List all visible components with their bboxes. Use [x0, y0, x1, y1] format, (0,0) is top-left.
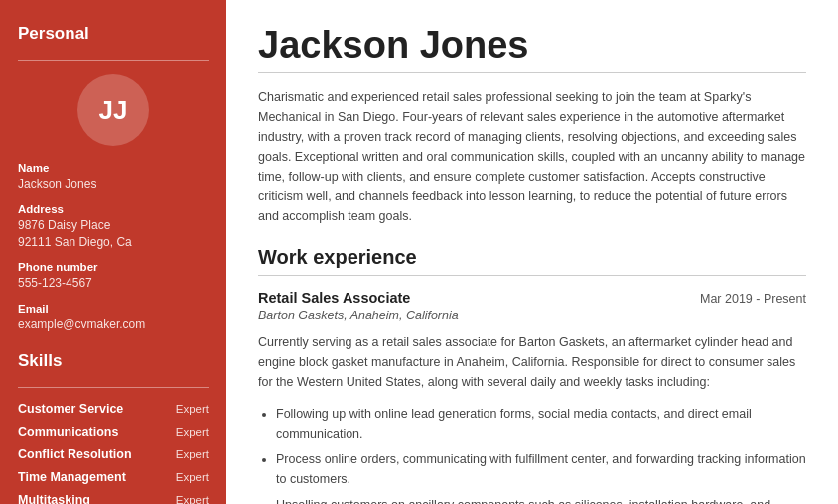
field-label-phone: Phone number [18, 261, 209, 273]
skill-level-1: Expert [176, 426, 209, 438]
skill-level-0: Expert [176, 403, 209, 415]
personal-fields: Name Jackson Jones Address 9876 Daisy Pl… [18, 162, 209, 333]
sidebar-divider-1 [18, 60, 209, 61]
skill-level-3: Expert [176, 471, 209, 483]
work-experience-title: Work experience [258, 246, 806, 269]
job-header-0: Retail Sales Associate Mar 2019 - Presen… [258, 290, 806, 306]
resume-wrapper: Personal JJ Name Jackson Jones Address 9… [0, 0, 838, 504]
field-value-email: example@cvmaker.com [18, 316, 209, 333]
skill-name-1: Communications [18, 425, 118, 439]
skill-row-1: Communications Expert [18, 425, 209, 439]
bullet-0-1: Process online orders, communicating wit… [276, 449, 806, 489]
bullet-0-0: Following up with online lead generation… [276, 404, 806, 443]
skill-level-2: Expert [176, 448, 209, 460]
job-dates-0: Mar 2019 - Present [700, 292, 806, 306]
skill-row-2: Conflict Resolution Expert [18, 447, 209, 461]
avatar: JJ [77, 74, 149, 146]
field-label-email: Email [18, 303, 209, 315]
work-divider [258, 275, 806, 276]
skill-name-2: Conflict Resolution [18, 447, 132, 461]
skill-row-0: Customer Service Expert [18, 402, 209, 416]
main-content: Jackson Jones Charismatic and experience… [226, 0, 838, 504]
sidebar: Personal JJ Name Jackson Jones Address 9… [0, 0, 226, 504]
job-title-0: Retail Sales Associate [258, 290, 410, 306]
field-label-address: Address [18, 203, 209, 215]
personal-section-title: Personal [18, 24, 209, 44]
skills-section: Skills Customer Service Expert Communica… [18, 351, 209, 504]
field-value-address: 9876 Daisy Place92111 San Diego, Ca [18, 217, 209, 251]
skill-level-4: Expert [176, 494, 209, 504]
field-label-name: Name [18, 162, 209, 174]
skill-name-4: Multitasking [18, 493, 90, 504]
resume-name: Jackson Jones [258, 24, 806, 66]
name-divider [258, 72, 806, 73]
skills-section-title: Skills [18, 351, 209, 371]
bullet-0-2: Upselling customers on ancillary compone… [276, 495, 806, 504]
skill-name-3: Time Management [18, 470, 126, 484]
job-description-0: Currently serving as a retail sales asso… [258, 332, 806, 392]
skill-name-0: Customer Service [18, 402, 123, 416]
skill-row-3: Time Management Expert [18, 470, 209, 484]
field-value-phone: 555-123-4567 [18, 275, 209, 292]
summary-text: Charismatic and experienced retail sales… [258, 87, 806, 226]
skill-row-4: Multitasking Expert [18, 493, 209, 504]
job-entry-0: Retail Sales Associate Mar 2019 - Presen… [258, 290, 806, 504]
job-company-0: Barton Gaskets, Anaheim, California [258, 309, 806, 322]
field-value-name: Jackson Jones [18, 176, 209, 192]
job-bullets-0: Following up with online lead generation… [258, 404, 806, 504]
avatar-initials: JJ [99, 95, 128, 126]
sidebar-divider-2 [18, 387, 209, 388]
